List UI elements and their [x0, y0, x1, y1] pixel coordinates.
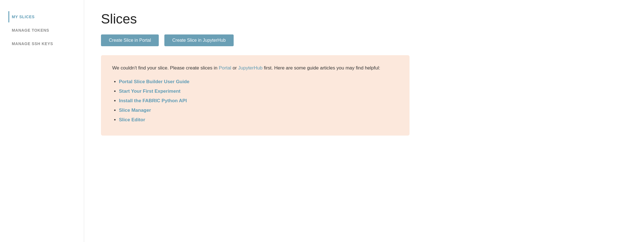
create-slice-portal-button[interactable]: Create Slice in Portal [101, 34, 159, 46]
create-slice-jupyterhub-button[interactable]: Create Slice in JupyterHub [164, 34, 233, 46]
sidebar-item-my-slices[interactable]: MY SLICES [8, 11, 78, 22]
info-box-description: We couldn't find your slice. Please crea… [112, 64, 398, 72]
list-item: Slice Editor [119, 117, 398, 123]
sidebar-item-manage-ssh-keys[interactable]: MANAGE SSH KEYS [8, 38, 78, 49]
button-row: Create Slice in Portal Create Slice in J… [101, 34, 627, 46]
guide-links-list: Portal Slice Builder User Guide Start Yo… [112, 79, 398, 123]
sidebar-item-manage-tokens[interactable]: MANAGE TOKENS [8, 25, 78, 36]
guide-link-install-fabric-python[interactable]: Install the FABRIC Python API [119, 98, 187, 103]
page-title: Slices [101, 11, 627, 27]
guide-link-slice-editor[interactable]: Slice Editor [119, 117, 145, 122]
main-content: Slices Create Slice in Portal Create Sli… [84, 0, 644, 242]
portal-link[interactable]: Portal [219, 65, 231, 71]
info-box: We couldn't find your slice. Please crea… [101, 55, 410, 136]
list-item: Start Your First Experiment [119, 89, 398, 94]
sidebar: MY SLICES MANAGE TOKENS MANAGE SSH KEYS [0, 0, 84, 242]
guide-link-start-first-experiment[interactable]: Start Your First Experiment [119, 89, 180, 94]
list-item: Slice Manager [119, 108, 398, 113]
list-item: Install the FABRIC Python API [119, 98, 398, 104]
list-item: Portal Slice Builder User Guide [119, 79, 398, 85]
guide-link-slice-manager[interactable]: Slice Manager [119, 108, 151, 113]
guide-link-portal-slice-builder[interactable]: Portal Slice Builder User Guide [119, 79, 189, 84]
jupyterhub-link[interactable]: JupyterHub [238, 65, 263, 71]
